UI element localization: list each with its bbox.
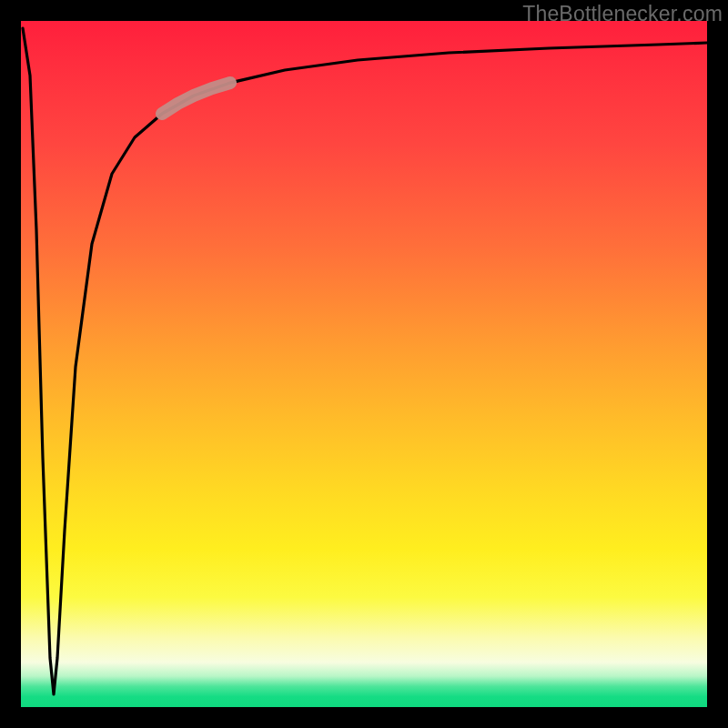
plot-gradient-background xyxy=(21,21,707,707)
chart-frame: TheBottlenecker.com xyxy=(0,0,728,728)
watermark-text: TheBottlenecker.com xyxy=(522,2,723,26)
